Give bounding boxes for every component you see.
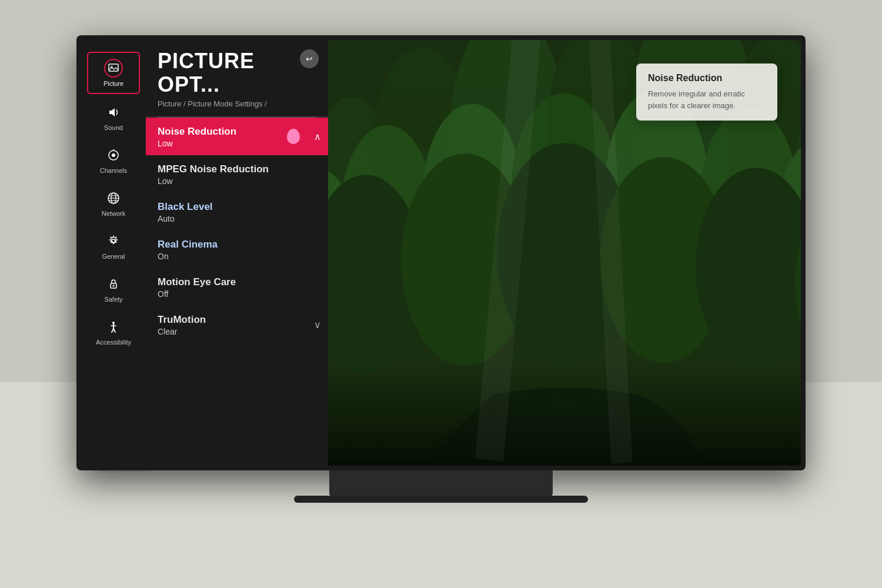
chevron-up-icon: ∧ <box>314 131 321 142</box>
item-value-black-level: Auto <box>158 214 316 223</box>
accessibility-icon <box>104 318 123 336</box>
sidebar-item-picture[interactable]: Picture <box>87 52 140 94</box>
svg-point-12 <box>113 285 115 287</box>
tooltip-description: Remove irregular and erratic pixels for … <box>648 88 766 111</box>
sidebar-item-network[interactable]: Network <box>87 183 140 223</box>
menu-item-noise-reduction[interactable]: Noise Reduction Low ∧ <box>146 118 328 155</box>
svg-point-10 <box>112 239 115 243</box>
sidebar: Picture Sound <box>81 40 146 466</box>
menu-title: PICTURE OPT... <box>158 49 316 96</box>
item-name-motion-eye-care: Motion Eye Care <box>158 276 316 288</box>
item-name-black-level: Black Level <box>158 201 316 213</box>
sidebar-item-general[interactable]: General <box>87 226 140 266</box>
pink-indicator <box>287 129 300 144</box>
menu-scroll: Noise Reduction Low ∧ MPEG Noise Reducti… <box>146 118 328 466</box>
sidebar-label-general: General <box>102 253 125 260</box>
general-icon <box>104 232 123 250</box>
svg-rect-40 <box>328 359 801 466</box>
item-value-motion-eye-care: Off <box>158 289 316 299</box>
safety-icon <box>104 275 123 293</box>
menu-items: Noise Reduction Low ∧ MPEG Noise Reducti… <box>146 118 328 343</box>
sidebar-item-safety[interactable]: Safety <box>87 269 140 309</box>
sidebar-item-channels[interactable]: Channels <box>87 140 140 180</box>
chevron-down-icon: ∨ <box>314 319 321 330</box>
item-value-mpeg-noise: Low <box>158 176 316 186</box>
tooltip-box: Noise Reduction Remove irregular and err… <box>636 64 777 121</box>
sidebar-label-accessibility: Accessibility <box>96 339 131 346</box>
menu-item-mpeg-noise[interactable]: MPEG Noise Reduction Low <box>146 155 328 193</box>
network-icon <box>104 189 123 208</box>
tv-screen: Picture Sound <box>81 40 801 466</box>
sidebar-label-picture: Picture <box>103 80 123 87</box>
sidebar-label-safety: Safety <box>104 296 122 303</box>
picture-icon <box>104 59 123 78</box>
item-name-mpeg-noise: MPEG Noise Reduction <box>158 163 316 175</box>
svg-line-17 <box>113 329 115 332</box>
back-button[interactable]: ↩ <box>300 49 319 68</box>
menu-item-real-cinema[interactable]: Real Cinema On <box>146 230 328 268</box>
sidebar-item-sound[interactable]: Sound <box>87 97 140 137</box>
sidebar-item-accessibility[interactable]: Accessibility <box>87 312 140 352</box>
item-value-real-cinema: On <box>158 252 316 261</box>
tooltip-title: Noise Reduction <box>648 73 766 83</box>
menu-item-trumotion[interactable]: TruMotion Clear ∨ <box>146 306 328 343</box>
sidebar-label-network: Network <box>102 210 125 217</box>
forest-background: Noise Reduction Remove irregular and err… <box>328 40 801 466</box>
item-name-trumotion: TruMotion <box>158 314 316 326</box>
item-value-trumotion: Clear <box>158 327 316 336</box>
tv-wrapper: Picture Sound <box>76 35 806 470</box>
channels-icon <box>104 146 123 165</box>
svg-point-3 <box>112 153 115 157</box>
menu-breadcrumb: Picture / Picture Mode Settings / <box>158 99 316 108</box>
svg-rect-0 <box>109 64 118 71</box>
sidebar-label-channels: Channels <box>100 167 127 174</box>
sound-icon <box>104 103 123 122</box>
menu-item-black-level[interactable]: Black Level Auto <box>146 193 328 230</box>
menu-item-motion-eye-care[interactable]: Motion Eye Care Off <box>146 268 328 306</box>
item-name-real-cinema: Real Cinema <box>158 239 316 250</box>
menu-panel: PICTURE OPT... Picture / Picture Mode Se… <box>146 40 328 466</box>
sidebar-label-sound: Sound <box>104 124 123 131</box>
